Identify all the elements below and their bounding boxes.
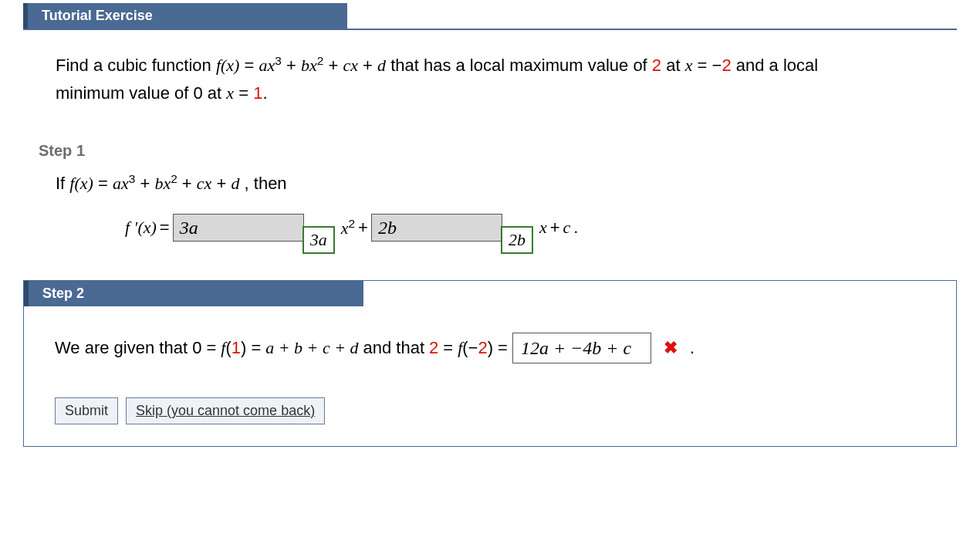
step1-body: If f(x) = ax3 + bx2 + cx + d , then f ′(… <box>23 164 957 272</box>
plus3: + <box>363 56 377 75</box>
step2-answer-input[interactable]: 12a + −4b + c <box>512 333 651 363</box>
plusA: + <box>358 218 368 238</box>
problem-text-c: at <box>666 56 684 75</box>
s1-bx: bx <box>154 174 171 193</box>
x2: x <box>341 218 349 238</box>
wrong-icon: ✖ <box>664 338 678 358</box>
s2-p1a: ( <box>225 338 231 357</box>
eq: = <box>245 56 259 75</box>
plus2: + <box>328 56 343 75</box>
s2-input-text: 12a + −4b + c <box>521 338 631 359</box>
s1-plus2: + <box>182 174 197 193</box>
tag1-text: 3a <box>310 230 327 250</box>
s2-period: . <box>690 338 694 358</box>
s2-pm2b: ) <box>488 338 493 357</box>
exp2: 2 <box>317 54 324 67</box>
s1-ax: ax <box>113 174 129 193</box>
s2-t2: = <box>251 338 261 358</box>
cx: cx <box>343 56 358 75</box>
correct-tag-1: 3a <box>302 226 335 254</box>
submit-button[interactable]: Submit <box>55 397 118 424</box>
x-var: x <box>685 56 693 75</box>
exp3: 3 <box>275 54 282 67</box>
problem-text-b: that has a local maximum value of <box>390 56 652 75</box>
s2-one: 1 <box>231 338 241 357</box>
x-var2: x <box>226 83 234 103</box>
s1-eq2: = <box>160 218 170 238</box>
s1-cx: cx <box>197 174 212 193</box>
s1-exp2: 2 <box>171 172 177 185</box>
skip-button[interactable]: Skip (you cannot come back) <box>126 397 325 424</box>
derivative-row: f ′(x) = 3a 3a x2 + 2b 2b x + c. <box>56 214 949 242</box>
fprime: f ′(x) <box>125 218 157 238</box>
eqm2: = − <box>698 56 722 75</box>
step2-body: We are given that 0 = f(1) = a + b + c +… <box>24 306 956 446</box>
step1-label: Step 1 <box>23 114 957 164</box>
s2-m2: 2 <box>478 338 487 357</box>
cterm: c <box>563 218 571 238</box>
correct-tag-2: 2b <box>501 226 533 254</box>
s2-two: 2 <box>429 338 438 358</box>
step2-container: Step 2 We are given that 0 = f(1) = a + … <box>23 280 957 447</box>
s1-plus3: + <box>216 174 231 193</box>
answer-box-1[interactable]: 3a <box>173 214 304 242</box>
ans2-text: 2b <box>378 218 397 238</box>
ans1-text: 3a <box>180 218 198 238</box>
tag2-text: 2b <box>509 230 525 250</box>
v1: 1 <box>253 83 262 103</box>
period: . <box>262 83 267 103</box>
fx: f(x) <box>216 56 240 75</box>
d: d <box>377 56 386 75</box>
eq1: = <box>238 83 253 103</box>
problem-text-d: and a local <box>736 56 818 75</box>
s2-t5: = <box>498 338 508 358</box>
s2-pm2a: (− <box>462 338 478 357</box>
s1-periodB: . <box>573 218 578 238</box>
step2-label: Step 2 <box>24 281 363 306</box>
answer-box-2[interactable]: 2b <box>371 214 502 242</box>
then-text: , then <box>245 174 287 193</box>
s1-eq: = <box>98 174 113 193</box>
problem-statement: Find a cubic function f(x) = ax3 + bx2 +… <box>23 30 957 114</box>
s2-t1: We are given that 0 = <box>55 338 216 358</box>
s2-sum: a + b + c + d <box>265 338 358 358</box>
s1-exp3: 3 <box>129 172 136 185</box>
bx: bx <box>301 56 317 75</box>
x2exp: 2 <box>348 217 355 230</box>
s2-p1b: ) <box>241 338 246 357</box>
problem-text-line2a: minimum value of 0 at <box>56 83 226 103</box>
s2-t3: and that <box>363 338 425 358</box>
s1-d: d <box>231 174 239 193</box>
xB: x <box>539 218 547 238</box>
m2: 2 <box>721 56 731 75</box>
s1-plus1: + <box>140 174 154 193</box>
s2-t4: = <box>443 338 453 358</box>
s1-fx: f(x) <box>69 174 93 193</box>
tutorial-header: Tutorial Exercise <box>23 3 957 30</box>
tutorial-header-title: Tutorial Exercise <box>23 3 347 29</box>
ax: ax <box>259 56 275 75</box>
if-text: If <box>56 174 69 193</box>
button-row: Submit Skip (you cannot come back) <box>55 397 941 424</box>
problem-text-a: Find a cubic function <box>56 56 216 75</box>
step2-header: Step 2 <box>24 281 956 306</box>
plusB: + <box>550 218 560 238</box>
plus1: + <box>286 56 301 75</box>
val-2: 2 <box>652 56 661 75</box>
